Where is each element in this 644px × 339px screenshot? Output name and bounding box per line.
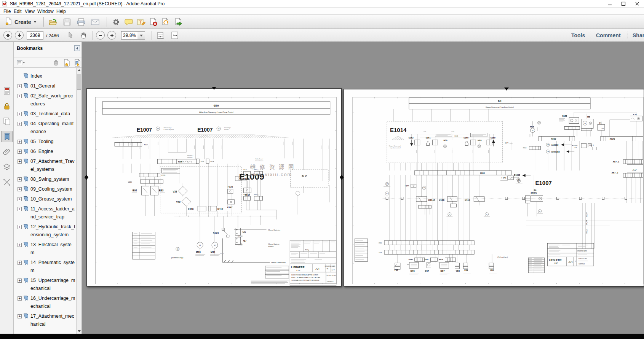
security-lock-icon[interactable] (1, 100, 13, 112)
bookmark-item[interactable]: +04_Operating_maintenance (18, 120, 76, 136)
fit-page-icon[interactable] (170, 31, 180, 40)
pdf-page-left[interactable]: 68AHebe Kran Steuerung / Lever Crane Con… (86, 88, 342, 286)
bookmark-label[interactable]: 11_Access_ladder_and_service_trap (30, 205, 75, 221)
bookmark-label[interactable]: 13_Electrical_system (30, 241, 75, 257)
expand-icon[interactable]: + (18, 112, 22, 116)
bookmark-item[interactable]: +09_Cooling_system (18, 185, 76, 193)
bookmark-item[interactable]: +01_General (18, 82, 76, 90)
bookmark-label[interactable]: 02_Safe_work_procedures (30, 92, 75, 108)
open-folder-icon[interactable] (48, 18, 58, 27)
zoom-level-value[interactable]: 39.8% (121, 31, 138, 40)
close-button[interactable] (630, 0, 644, 8)
previous-page-button[interactable] (3, 31, 12, 40)
bookmark-item[interactable]: +16_Undercarriage_mechanical (18, 294, 76, 310)
pdf-page-right[interactable]: 69Klappe Steuerung / Trap Door ControlE1… (344, 89, 644, 286)
model-tree-icon[interactable] (1, 177, 13, 188)
expand-icon[interactable]: + (18, 187, 22, 191)
bookmarks-panel-icon[interactable] (1, 131, 13, 142)
zoom-out-button[interactable] (96, 31, 105, 40)
scroll-up-icon[interactable] (77, 68, 82, 73)
new-bookmark-icon[interactable] (62, 59, 71, 67)
expand-icon[interactable]: + (18, 207, 22, 211)
menu-window[interactable]: Window (36, 8, 55, 14)
delete-bookmark-trash-icon[interactable] (52, 59, 60, 67)
menu-file[interactable]: File (2, 8, 12, 14)
expand-icon[interactable]: + (18, 225, 22, 229)
expand-icon[interactable]: + (18, 150, 22, 154)
new-bookmark-from-selection-icon[interactable] (73, 59, 81, 67)
bookmark-item[interactable]: +17_Attachment_mechanical (18, 312, 76, 328)
zoom-in-button[interactable] (107, 31, 116, 40)
bookmark-label[interactable]: Index (30, 72, 75, 80)
zoom-dropdown-button[interactable] (137, 31, 145, 40)
expand-icon[interactable]: + (18, 261, 22, 265)
hand-tool-icon[interactable] (78, 31, 88, 40)
expand-icon[interactable]: + (18, 177, 22, 181)
bookmark-label[interactable]: 03_Technical_data (30, 110, 75, 118)
page-top-marker-right[interactable] (504, 88, 509, 91)
bookmark-label[interactable]: 07_Attachment_Travel_systems (30, 158, 75, 173)
attachments-paperclip-icon[interactable] (1, 146, 13, 158)
email-icon[interactable] (90, 18, 100, 27)
document-area[interactable]: 68AHebe Kran Steuerung / Lever Crane Con… (82, 42, 644, 334)
expand-icon[interactable]: + (18, 84, 22, 88)
comment-bubble-icon[interactable] (124, 18, 134, 27)
expand-icon[interactable]: + (18, 279, 22, 283)
export-page-icon[interactable] (174, 18, 184, 27)
bookmark-item[interactable]: +10_Grease_system (18, 195, 76, 203)
bookmark-label[interactable]: 16_Undercarriage_mechanical (30, 294, 75, 310)
print-icon[interactable] (76, 18, 86, 27)
minimize-button[interactable] (603, 0, 617, 8)
comment-link[interactable]: Comment (596, 32, 621, 38)
bookmark-label[interactable]: 04_Operating_maintenance (30, 120, 75, 136)
scrollbar-thumb[interactable] (77, 74, 81, 90)
tools-link[interactable]: Tools (571, 32, 585, 38)
page-top-marker-left[interactable] (212, 87, 216, 90)
bookmark-item[interactable]: +02_Safe_work_procedures (18, 92, 76, 108)
bookmark-item[interactable]: +14_Pneumatic_system (18, 259, 76, 275)
scrolling-mode-icon[interactable] (155, 31, 165, 40)
convert-page-icon[interactable] (161, 18, 171, 27)
menu-edit[interactable]: Edit (13, 8, 23, 14)
bookmark-options-icon[interactable] (17, 59, 25, 67)
bookmark-label[interactable]: 17_Attachment_mechanical (30, 312, 75, 328)
pages-icon[interactable] (1, 116, 13, 127)
settings-gear-icon[interactable] (111, 18, 121, 27)
create-button[interactable]: Create (2, 17, 39, 27)
expand-icon[interactable]: + (18, 94, 22, 98)
expand-icon[interactable]: + (18, 159, 22, 164)
bookmark-label[interactable]: 05_Tooling (30, 138, 75, 146)
scroll-down-icon[interactable] (77, 329, 82, 334)
bookmark-item[interactable]: Index (18, 72, 76, 80)
bookmark-item[interactable]: +12_Hydraulic_track_tensioning_system (18, 223, 76, 239)
text-edit-icon[interactable] (136, 18, 146, 27)
save-icon[interactable] (62, 18, 72, 27)
expand-icon[interactable]: + (18, 243, 22, 247)
menu-view[interactable]: View (24, 8, 36, 14)
page-thumbnails-icon[interactable] (1, 85, 13, 97)
bookmark-label[interactable]: 15_Uppercarriage_mechanical (30, 277, 75, 293)
bookmark-label[interactable]: 01_General (30, 82, 75, 90)
collapse-panel-button[interactable] (74, 45, 80, 51)
next-page-button[interactable] (15, 31, 24, 40)
bookmark-item[interactable]: +13_Electrical_system (18, 241, 76, 257)
delete-page-icon[interactable] (149, 18, 158, 27)
expand-icon[interactable]: + (18, 296, 22, 301)
bookmark-item[interactable]: +05_Tooling (18, 138, 76, 146)
bookmark-item[interactable]: +06_Engine (18, 148, 76, 156)
bookmark-label[interactable]: 09_Cooling_system (30, 185, 75, 193)
expand-icon[interactable]: + (18, 140, 22, 144)
bookmark-label[interactable]: 14_Pneumatic_system (30, 259, 75, 275)
expand-icon[interactable]: + (18, 197, 22, 201)
menu-help[interactable]: Help (55, 8, 67, 14)
bookmark-item[interactable]: +07_Attachment_Travel_systems (18, 158, 76, 173)
maximize-button[interactable] (617, 0, 630, 8)
bookmarks-scrollbar[interactable] (76, 68, 81, 334)
page-number-input[interactable] (27, 31, 43, 40)
bookmark-item[interactable]: +11_Access_ladder_and_service_trap (18, 205, 76, 221)
bookmark-label[interactable]: 08_Swing_system (30, 175, 75, 183)
layers-icon[interactable] (1, 161, 13, 173)
bookmark-item[interactable]: +08_Swing_system (18, 175, 76, 183)
expand-icon[interactable]: + (18, 314, 22, 318)
bookmark-item[interactable]: +03_Technical_data (18, 110, 76, 118)
